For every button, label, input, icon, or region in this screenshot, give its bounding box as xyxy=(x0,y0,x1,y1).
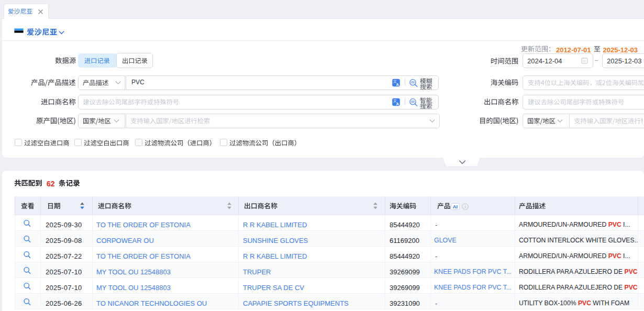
svg-text:A: A xyxy=(396,82,399,87)
svg-text:A: A xyxy=(396,102,399,106)
